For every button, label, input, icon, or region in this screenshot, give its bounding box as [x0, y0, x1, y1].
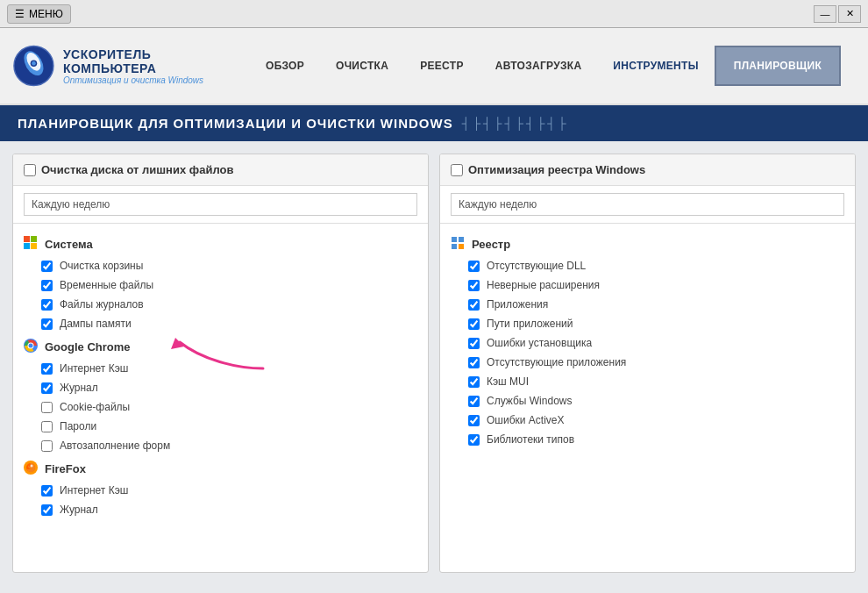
missing-dll-checkbox[interactable] — [468, 261, 480, 272]
list-item[interactable]: Ошибки ActiveX — [440, 411, 855, 430]
registry-opt-label: Оптимизация реестра Windows — [468, 163, 645, 176]
dumps-checkbox[interactable] — [41, 318, 53, 330]
firefox-cache-label: Интернет Кэш — [60, 484, 128, 497]
chrome-journal-checkbox[interactable] — [41, 382, 53, 394]
mui-cache-label: Кэш MUI — [487, 375, 529, 388]
registry-group-header: Реестр — [440, 231, 855, 256]
recyclebin-label: Очистка корзины — [60, 260, 143, 272]
chrome-cache-checkbox[interactable] — [41, 363, 53, 375]
firefox-cache-checkbox[interactable] — [41, 485, 53, 497]
app-paths-checkbox[interactable] — [468, 318, 480, 330]
list-item[interactable]: Интернет Кэш — [13, 481, 428, 500]
title-bar-left: ☰ МЕНЮ — [7, 4, 71, 24]
chrome-autofill-checkbox[interactable] — [41, 440, 53, 452]
list-item[interactable]: Библиотеки типов — [440, 430, 855, 449]
left-panel-header: Очистка диска от лишних файлов — [13, 154, 428, 186]
chrome-cache-label: Интернет Кэш — [60, 362, 128, 375]
svg-rect-8 — [31, 243, 37, 249]
right-panel: Оптимизация реестра Windows Каждую недел… — [439, 154, 856, 573]
list-item[interactable]: Дампы памяти — [13, 314, 428, 333]
page-content: ПЛАНИРОВЩИК ДЛЯ ОПТИМИЗАЦИИ И ОЧИСТКИ WI… — [0, 105, 868, 593]
logo-title: УСКОРИТЕЛЬ КОМПЬЮТЕРА — [63, 47, 237, 75]
svg-rect-18 — [459, 244, 464, 249]
bad-ext-label: Неверные расширения — [487, 279, 600, 291]
type-libs-checkbox[interactable] — [468, 434, 480, 446]
svg-rect-17 — [452, 244, 457, 249]
menu-button[interactable]: ☰ МЕНЮ — [7, 4, 71, 24]
logo-text: УСКОРИТЕЛЬ КОМПЬЮТЕРА Оптимизация и очис… — [63, 47, 237, 85]
nav-item-overview[interactable]: ОБЗОР — [250, 51, 320, 81]
list-item[interactable]: Неверные расширения — [440, 275, 855, 295]
list-item[interactable]: Службы Windows — [440, 391, 855, 411]
svg-rect-6 — [31, 236, 37, 242]
list-item[interactable]: Пути приложений — [440, 314, 855, 333]
disk-clean-checkbox-label[interactable]: Очистка диска от лишних файлов — [24, 163, 233, 176]
minimize-button[interactable]: — — [814, 5, 836, 23]
list-item[interactable]: Пароли — [13, 417, 428, 436]
list-item[interactable]: Очистка корзины — [13, 256, 428, 275]
nav-item-autostart[interactable]: АВТОЗАГРУЗКА — [480, 51, 598, 81]
type-libs-label: Библиотеки типов — [487, 433, 574, 446]
list-item[interactable]: Журнал — [13, 500, 428, 519]
system-group-header: Система — [13, 231, 428, 256]
list-item[interactable]: Отсутствующие DLL — [440, 256, 855, 275]
nav-item-scheduler[interactable]: ПЛАНИРОВЩИК — [715, 46, 841, 86]
app-paths-label: Пути приложений — [487, 318, 573, 330]
list-item[interactable]: Файлы журналов — [13, 295, 428, 314]
win-services-checkbox[interactable] — [468, 396, 480, 407]
missing-dll-label: Отсутствующие DLL — [487, 260, 586, 272]
activex-errors-label: Ошибки ActiveX — [487, 414, 565, 426]
svg-rect-15 — [452, 237, 457, 242]
chrome-icon — [24, 339, 38, 355]
firefox-journal-checkbox[interactable] — [41, 504, 53, 516]
recyclebin-checkbox[interactable] — [41, 261, 53, 272]
registry-opt-checkbox[interactable] — [451, 164, 463, 176]
missing-apps-checkbox[interactable] — [468, 357, 480, 368]
list-item[interactable]: Автозаполнение форм — [13, 436, 428, 455]
firefox-group-label: FireFox — [45, 462, 86, 475]
chrome-passwords-checkbox[interactable] — [41, 421, 53, 432]
chrome-autofill-label: Автозаполнение форм — [60, 439, 170, 452]
nav-item-tools[interactable]: ИНСТРУМЕНТЫ — [597, 51, 714, 81]
registry-opt-checkbox-label[interactable]: Оптимизация реестра Windows — [451, 163, 645, 176]
nav-item-clean[interactable]: ОЧИСТКА — [320, 51, 404, 81]
list-item[interactable]: Интернет Кэш — [13, 359, 428, 378]
left-frequency-select[interactable]: Каждую неделю Каждый день Каждый месяц — [24, 193, 417, 216]
tempfiles-checkbox[interactable] — [41, 280, 53, 291]
mui-cache-checkbox[interactable] — [468, 376, 480, 388]
win-services-label: Службы Windows — [487, 395, 572, 407]
list-item[interactable]: Cookie-файлы — [13, 397, 428, 417]
right-frequency-select[interactable]: Каждую неделю Каждый день Каждый месяц — [451, 193, 844, 216]
menu-label: МЕНЮ — [29, 8, 63, 20]
apps-label: Приложения — [487, 298, 548, 311]
logfiles-checkbox[interactable] — [41, 299, 53, 311]
dumps-label: Дампы памяти — [60, 318, 132, 330]
left-panel: Очистка диска от лишних файлов Каждую не… — [12, 154, 429, 573]
list-item[interactable]: Приложения — [440, 295, 855, 314]
disk-clean-checkbox[interactable] — [24, 164, 36, 176]
nav-item-registry[interactable]: РЕЕСТР — [404, 51, 480, 81]
page-title: ПЛАНИРОВЩИК ДЛЯ ОПТИМИЗАЦИИ И ОЧИСТКИ WI… — [18, 116, 453, 131]
list-item[interactable]: Отсутствующие приложения — [440, 353, 855, 372]
missing-apps-label: Отсутствующие приложения — [487, 356, 626, 368]
chrome-cookies-checkbox[interactable] — [41, 402, 53, 413]
page-title-decoration: ┤├┤├┤├┤├┤├ — [462, 117, 569, 130]
header: УСКОРИТЕЛЬ КОМПЬЮТЕРА Оптимизация и очис… — [0, 28, 868, 105]
list-item[interactable]: Временные файлы — [13, 275, 428, 295]
close-button[interactable]: ✕ — [838, 5, 861, 23]
svg-rect-16 — [459, 237, 464, 242]
list-item[interactable]: Ошибки установщика — [440, 333, 855, 353]
left-frequency-container: Каждую неделю Каждый день Каждый месяц — [13, 186, 428, 224]
activex-errors-checkbox[interactable] — [468, 415, 480, 426]
right-frequency-container: Каждую неделю Каждый день Каждый месяц — [440, 186, 855, 224]
list-item[interactable]: Журнал — [13, 378, 428, 397]
page-title-bar: ПЛАНИРОВЩИК ДЛЯ ОПТИМИЗАЦИИ И ОЧИСТКИ WI… — [0, 105, 868, 141]
list-item[interactable]: Кэш MUI — [440, 372, 855, 391]
logo-icon — [13, 44, 54, 88]
chrome-group-label: Google Chrome — [45, 340, 131, 354]
apps-checkbox[interactable] — [468, 299, 480, 311]
svg-point-11 — [29, 344, 33, 348]
installer-errors-checkbox[interactable] — [468, 338, 480, 349]
firefox-icon — [24, 461, 38, 477]
bad-ext-checkbox[interactable] — [468, 280, 480, 291]
